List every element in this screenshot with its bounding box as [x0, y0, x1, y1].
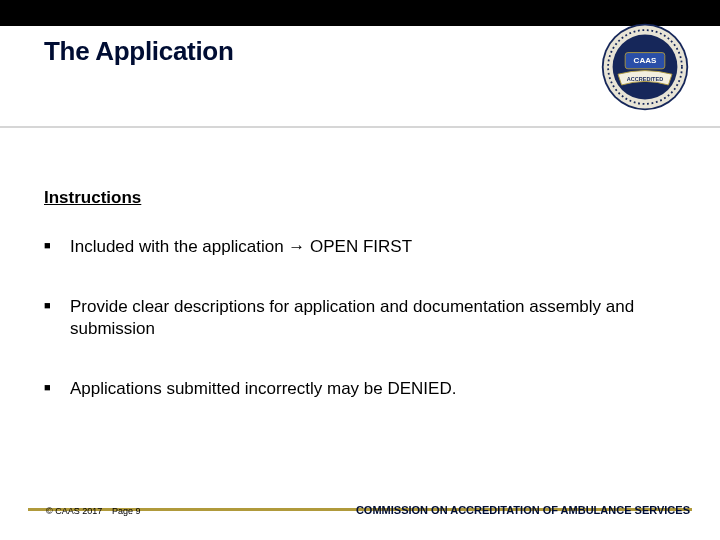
slide: The Application CAAS ACCREDITED	[0, 0, 720, 540]
footer-copyright: © CAAS 2017	[46, 506, 102, 516]
page-title: The Application	[44, 36, 674, 67]
title-area: The Application	[44, 36, 674, 67]
logo-bottom-label: ACCREDITED	[627, 76, 663, 82]
footer-org: COMMISSION ON ACCREDITATION OF AMBULANCE…	[356, 504, 690, 516]
list-item: Provide clear descriptions for applicati…	[44, 296, 674, 340]
bullet-list: Included with the application → OPEN FIR…	[44, 236, 674, 438]
list-item: Applications submitted incorrectly may b…	[44, 378, 674, 400]
section-subtitle: Instructions	[44, 188, 141, 208]
footer-page: Page 9	[112, 506, 141, 516]
list-item: Included with the application → OPEN FIR…	[44, 236, 674, 258]
divider-line	[0, 126, 720, 128]
logo-top-label: CAAS	[634, 56, 658, 65]
caas-logo: CAAS ACCREDITED	[600, 22, 690, 112]
